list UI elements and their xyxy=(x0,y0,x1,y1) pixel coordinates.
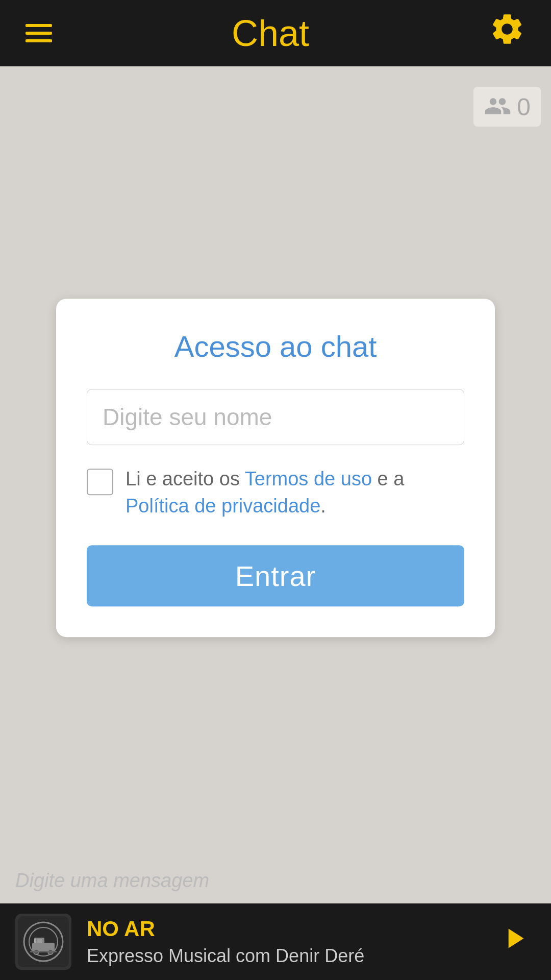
enter-button[interactable]: Entrar xyxy=(87,546,464,607)
svg-rect-7 xyxy=(30,951,57,952)
login-modal: Acesso ao chat Li e aceito os Termos de … xyxy=(56,299,495,637)
play-button[interactable] xyxy=(497,922,531,962)
program-title: Expresso Musical com Denir Deré xyxy=(87,945,482,967)
on-air-label: NO AR xyxy=(87,917,482,941)
terms-row: Li e aceito os Termos de uso e a Polític… xyxy=(87,465,464,520)
menu-button[interactable] xyxy=(26,24,52,42)
player-info: NO AR Expresso Musical com Denir Deré xyxy=(87,917,482,967)
terms-link[interactable]: Termos de uso xyxy=(245,468,372,489)
modal-title: Acesso ao chat xyxy=(87,329,464,363)
station-logo xyxy=(15,914,71,970)
svg-rect-8 xyxy=(34,939,36,943)
users-count: 0 xyxy=(517,93,531,121)
users-icon xyxy=(484,92,512,121)
player-bar: NO AR Expresso Musical com Denir Deré xyxy=(0,903,551,980)
svg-rect-9 xyxy=(37,939,42,943)
chat-area: 0 Acesso ao chat Li e aceito os Termos d… xyxy=(0,66,551,903)
terms-checkbox[interactable] xyxy=(87,469,113,495)
login-modal-wrapper: Acesso ao chat Li e aceito os Termos de … xyxy=(56,299,495,637)
app-header: Chat xyxy=(0,0,551,66)
users-online-badge: 0 xyxy=(473,87,541,127)
privacy-link[interactable]: Política de privacidade xyxy=(126,495,320,517)
page-title: Chat xyxy=(232,12,309,54)
name-input[interactable] xyxy=(87,389,464,445)
message-input-bar: Digite uma mensagem xyxy=(0,857,551,903)
message-placeholder: Digite uma mensagem xyxy=(15,870,209,892)
terms-text: Li e aceito os Termos de uso e a Polític… xyxy=(126,465,464,520)
settings-icon[interactable] xyxy=(489,11,525,56)
